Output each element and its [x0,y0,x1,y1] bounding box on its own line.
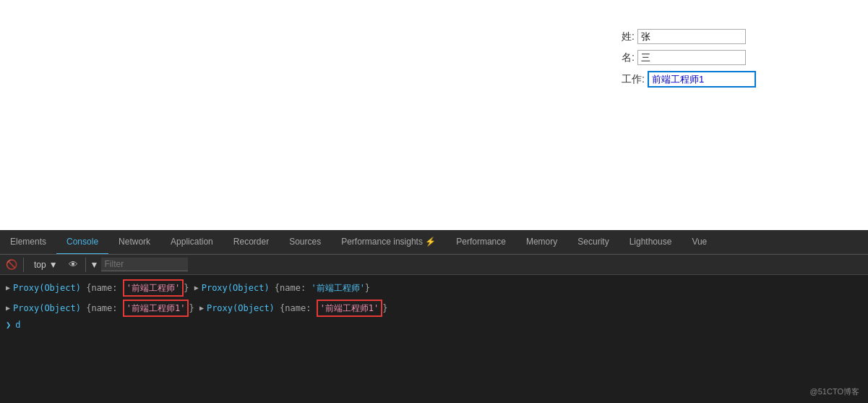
console-line-1: ▶ Proxy(Object) {name: '前端工程师' } ▶ Proxy… [0,278,868,298]
proxy-close-2b: } [382,302,387,315]
top-label: top [34,260,46,270]
proxy-text-2b: Proxy(Object) [207,302,275,315]
input-name[interactable] [637,50,746,65]
cursor-arrow: ❯ [6,320,11,330]
input-surname[interactable] [637,29,746,44]
proxy-brace-1a: {name: [81,281,123,294]
form-container: 姓: 名: 工作: [622,29,756,88]
form-row-job: 工作: [622,71,756,88]
devtools-panel: ⊡ ⊟ Elements Console Network Application… [0,230,868,403]
tab-vue[interactable]: Vue [682,230,717,255]
console-line-2: ▶ Proxy(Object) {name: '前端工程师1' } ▶ Prox… [0,298,868,318]
proxy-text-1a: Proxy(Object) [13,281,81,294]
proxy-value-1a: '前端工程师' [123,279,184,297]
tab-performance[interactable]: Performance [446,230,516,255]
tab-elements[interactable]: Elements [0,230,56,255]
console-toolbar: 🚫 top ▼ 👁 ▼ [0,255,868,275]
eye-icon[interactable]: 👁 [66,258,81,272]
tab-performance-insights[interactable]: Performance insights ⚡ [331,230,446,255]
tab-console[interactable]: Console [56,230,108,255]
console-toolbar-divider2 [85,258,86,272]
form-row-name: 名: [622,50,756,65]
expand-arrow-2[interactable]: ▶ [6,302,10,315]
tab-recorder[interactable]: Recorder [223,230,279,255]
console-output: ▶ Proxy(Object) {name: '前端工程师' } ▶ Proxy… [0,275,868,403]
tab-memory[interactable]: Memory [516,230,567,255]
cursor-text: d [15,320,20,330]
watermark: @51CTO博客 [810,386,859,397]
proxy-value-1b: '前端工程师' [311,281,364,294]
label-surname: 姓: [622,30,635,43]
proxy-close-2a: } [189,302,199,315]
tab-sources[interactable]: Sources [279,230,331,255]
label-job: 工作: [622,73,645,86]
console-toolbar-divider [23,258,24,272]
tab-security[interactable]: Security [567,230,619,255]
tab-application[interactable]: Application [160,230,223,255]
filter-funnel-icon: ▼ [90,260,99,270]
cursor-line: ❯ d [0,318,868,331]
proxy-close-1b: } [365,281,370,294]
main-page: 姓: 名: 工作: [0,0,868,230]
proxy-close-1a: } [184,281,194,294]
proxy-text-2a: Proxy(Object) [13,302,81,315]
proxy-text-1b: Proxy(Object) [202,281,270,294]
form-row-surname: 姓: [622,29,756,44]
expand-arrow-2b[interactable]: ▶ [199,302,204,315]
proxy-value-2b: '前端工程师1' [317,300,383,317]
proxy-brace-2b: {name: [275,302,317,315]
proxy-value-2a: '前端工程师1' [123,300,189,317]
devtools-tabs: Elements Console Network Application Rec… [0,230,868,255]
proxy-brace-2a: {name: [81,302,123,315]
filter-input[interactable] [101,258,188,271]
top-dropdown-icon: ▼ [49,260,58,270]
expand-arrow-1[interactable]: ▶ [6,281,10,294]
label-name: 名: [622,51,635,64]
clear-console-icon[interactable]: 🚫 [4,258,19,272]
tab-lighthouse[interactable]: Lighthouse [619,230,682,255]
expand-arrow-1b[interactable]: ▶ [194,281,199,294]
filter-area: ▼ [90,258,189,271]
input-job[interactable] [648,71,756,88]
top-level-selector[interactable]: top ▼ [28,258,64,271]
tab-network[interactable]: Network [108,230,160,255]
proxy-brace-1b: {name: [270,281,311,294]
